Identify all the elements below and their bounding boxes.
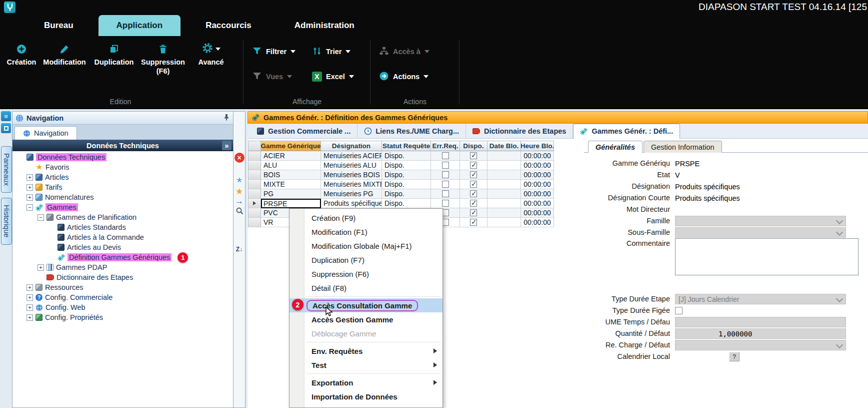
tree-item-donnees-techniques[interactable]: Données Techniques [12, 152, 233, 162]
historique-vertical-tab[interactable]: Historique [1, 198, 12, 244]
tab-dictionnaire-etapes[interactable]: Dictionnaire des Etapes [466, 124, 573, 139]
cell-gamme[interactable]: ALU [261, 161, 321, 170]
cell-statut[interactable]: Dispo. [382, 151, 431, 161]
cell-heureblo[interactable]: 00:00:00 [521, 170, 554, 180]
filtrer-button[interactable]: Filtrer [249, 44, 298, 59]
favorite-icon[interactable]: ★ [234, 187, 244, 196]
go-arrow-icon[interactable]: → [234, 196, 244, 206]
cell-dateblo[interactable] [488, 189, 521, 199]
column-header-heureblo[interactable]: Heure Blo. [521, 141, 554, 151]
expand-icon[interactable]: + [26, 314, 33, 321]
dispo-checkbox[interactable] [470, 171, 477, 178]
type-duree-figee-checkbox[interactable] [675, 307, 682, 314]
column-header-dateblo[interactable]: Date Blo. [488, 141, 521, 151]
menu-item-importation-donnees[interactable]: Importation de Données [290, 389, 442, 403]
menu-item-modification[interactable]: Modification (F1) [290, 225, 442, 239]
tab-gestion-information[interactable]: Gestion Information [644, 141, 722, 153]
row-selector-header[interactable] [248, 141, 261, 151]
sort-az-icon[interactable]: Z↓ [234, 244, 244, 254]
cell-statut[interactable]: Dispo. [382, 189, 431, 199]
suppression-button[interactable]: Suppression (F6) [138, 41, 188, 76]
tree-item-dictionnaire-etapes[interactable]: Dictionnaire des Etapes [12, 272, 233, 282]
close-filter-icon[interactable]: × [234, 153, 244, 163]
cell-gamme-focused[interactable]: PRSPE [261, 199, 321, 208]
column-header-statut[interactable]: Statut Requête [382, 141, 431, 151]
expand-icon[interactable]: + [26, 304, 33, 311]
cell-gamme[interactable]: BOIS [261, 170, 321, 180]
cell-heureblo[interactable]: 00:00:00 [521, 189, 554, 199]
menu-item-suppression[interactable]: Suppression (F6) [290, 267, 442, 281]
collapse-panel-button[interactable]: » [222, 141, 232, 150]
tab-raccourcis[interactable]: Raccourcis [188, 15, 270, 36]
table-row[interactable]: ACIER Menuiseries ACIER Dispo. 00:00:00 [248, 151, 554, 161]
quantite-defaut-field[interactable]: 1,000000 [675, 328, 846, 339]
cell-dispo[interactable] [460, 151, 488, 161]
duplication-button[interactable]: Duplication [90, 41, 138, 76]
menu-item-modification-globale[interactable]: Modification Globale (Maj+F1) [290, 239, 442, 253]
expand-icon[interactable]: + [26, 184, 33, 191]
cell-heureblo[interactable]: 00:00:00 [521, 218, 554, 227]
cell-errreq[interactable] [431, 189, 460, 199]
tree-item-articles[interactable]: + Articles [12, 172, 233, 182]
tree-item-config-web[interactable]: + Config. Web [12, 302, 233, 312]
cell-gamme[interactable]: MIXTE [261, 180, 321, 189]
search-icon[interactable] [234, 206, 244, 215]
famille-dropdown[interactable] [675, 216, 846, 226]
cell-dispo[interactable] [460, 161, 488, 170]
tree-item-nomenclatures[interactable]: + Nomenclatures [12, 192, 233, 202]
cell-heureblo[interactable]: 00:00:00 [521, 161, 554, 170]
tree-item-favoris[interactable]: ★ Favoris [12, 162, 233, 172]
expand-icon[interactable]: + [26, 194, 33, 201]
cell-heureblo[interactable]: 00:00:00 [521, 151, 554, 161]
cell-errreq[interactable] [431, 170, 460, 180]
tab-application[interactable]: Application [98, 15, 181, 36]
cell-dateblo[interactable] [488, 199, 521, 208]
tree-item-config-commerciale[interactable]: +? Config. Commerciale [12, 292, 233, 302]
row-selector[interactable] [248, 151, 261, 161]
actions-button[interactable]: Actions [376, 69, 432, 84]
menu-item-detail[interactable]: Détail (F8) [290, 281, 442, 295]
tree-item-config-proprietes[interactable]: + Config. Propriétés [12, 312, 233, 322]
calendrier-local-button[interactable]: ? [729, 352, 740, 361]
dispo-checkbox[interactable] [470, 181, 477, 188]
tab-administration[interactable]: Administration [276, 15, 372, 36]
panneaux-vertical-tab[interactable]: Panneaux [1, 146, 12, 193]
panel-toggle-button[interactable]: ≡ [1, 111, 11, 121]
row-selector[interactable] [248, 199, 261, 208]
errreq-checkbox[interactable] [442, 200, 449, 207]
menu-item-env-requetes[interactable]: Env. Requêtes [290, 344, 442, 358]
excel-button[interactable]: Excel [309, 69, 357, 84]
commentaire-textarea[interactable] [675, 238, 858, 275]
row-selector[interactable] [248, 161, 261, 170]
sous-famille-dropdown[interactable] [675, 227, 846, 238]
collapse-icon[interactable]: − [38, 214, 44, 221]
row-selector[interactable] [248, 189, 261, 199]
expand-icon[interactable]: + [26, 294, 33, 301]
cell-statut[interactable]: Dispo. [382, 199, 431, 208]
row-selector[interactable] [248, 218, 261, 227]
menu-item-test[interactable]: Test [290, 358, 442, 372]
expand-icon[interactable]: + [26, 284, 33, 291]
table-row[interactable]: MIXTE Menuiseries MIXTE Dispo. 00:00:00 [248, 180, 554, 189]
trier-button[interactable]: Trier [309, 44, 354, 59]
tab-gestion-commerciale[interactable]: Gestion Commerciale ... [250, 124, 358, 139]
tree-item-articles-devis[interactable]: Articles au Devis [12, 242, 233, 252]
cell-gamme[interactable]: PG [261, 189, 321, 199]
tab-generalites[interactable]: Généralités [588, 141, 642, 153]
cell-designation[interactable]: Produits spécifiques [321, 199, 382, 208]
tree-item-gammes-pdap[interactable]: + Gammes PDAP [12, 262, 233, 272]
panel-layout-button[interactable] [1, 123, 11, 133]
cell-designation[interactable]: Menuiseries PG [321, 189, 382, 199]
cell-heureblo[interactable]: 00:00:00 [521, 180, 554, 189]
cell-dispo[interactable] [460, 218, 488, 227]
cell-dateblo[interactable] [488, 180, 521, 189]
errreq-checkbox[interactable] [442, 181, 449, 188]
type-duree-etape-dropdown[interactable]: [J] Jours Calendrier [675, 294, 846, 304]
cell-statut[interactable]: Dispo. [382, 170, 431, 180]
cell-dateblo[interactable] [488, 151, 521, 161]
table-row[interactable]: BOIS Menuiseries BOIS Dispo. 00:00:00 [248, 170, 554, 180]
cell-statut[interactable]: Dispo. [382, 180, 431, 189]
cell-heureblo[interactable]: 00:00:00 [521, 208, 554, 218]
menu-item-duplication[interactable]: Duplication (F7) [290, 253, 442, 267]
snowflake-icon[interactable]: * [234, 178, 244, 187]
